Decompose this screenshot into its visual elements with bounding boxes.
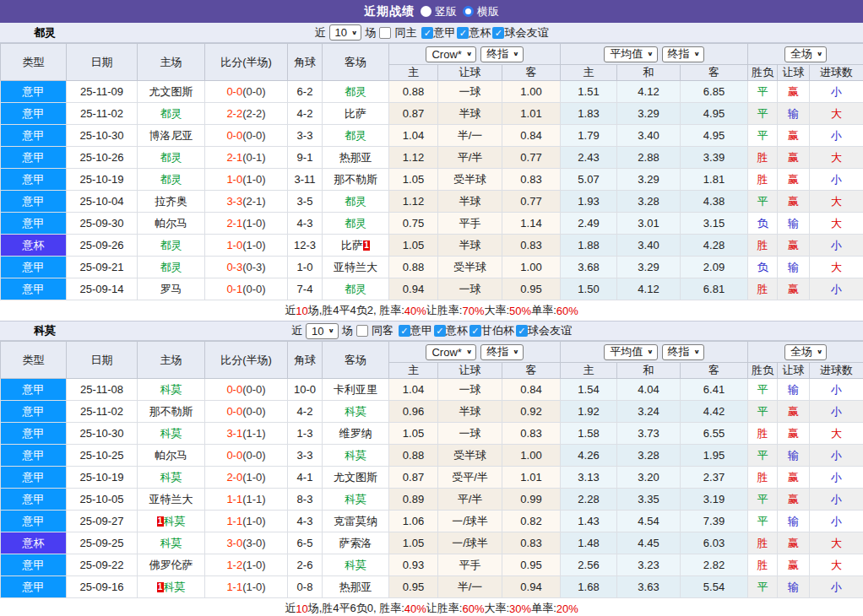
match-type-cell: 意甲 bbox=[1, 191, 67, 213]
team-name-text: 都灵 bbox=[160, 151, 182, 164]
euro-odds-cell: 3.40 bbox=[617, 125, 681, 147]
checkbox-icon[interactable]: ✓ bbox=[399, 325, 410, 337]
league-filter[interactable]: ✓意甲 bbox=[421, 25, 455, 41]
euro-odds-cell: 3.28 bbox=[617, 445, 681, 467]
asia-odds-cell: 1.05 bbox=[389, 169, 438, 191]
away-team-cell: 克雷莫纳 bbox=[323, 511, 389, 532]
result-cell: 输 bbox=[778, 445, 810, 467]
half-score: (0-0) bbox=[242, 449, 265, 462]
match-date-cell: 25-10-19 bbox=[67, 169, 138, 191]
score-cell: 3-3(2-1) bbox=[205, 191, 288, 213]
match-date-cell: 25-10-05 bbox=[67, 489, 138, 511]
score-cell: 0-0(0-0) bbox=[205, 379, 288, 401]
corner-cell: 3-5 bbox=[288, 191, 323, 213]
half-score: (0-0) bbox=[242, 283, 265, 295]
asia-period-select[interactable]: 终指∨ bbox=[480, 46, 523, 62]
away-team-cell: 比萨 bbox=[323, 103, 389, 125]
filter-controls: 近 10∨ 场 同主 ✓意甲✓意杯✓球会友谊 bbox=[315, 24, 549, 41]
league-filter[interactable]: ✓意杯 bbox=[434, 323, 468, 338]
asia-odds-cell: 受平/半 bbox=[438, 467, 502, 489]
recent-count-select[interactable]: 10∨ bbox=[329, 24, 362, 41]
away-team-cell: 亚特兰大 bbox=[323, 257, 389, 278]
euro-period-select[interactable]: 终指∨ bbox=[662, 46, 704, 62]
table-row: 意甲25-10-19都灵1-0(1-0)3-11那不勒斯1.05受半球0.835… bbox=[1, 169, 863, 191]
chevron-down-icon: ∨ bbox=[513, 349, 518, 355]
full-score: 0-0 bbox=[226, 129, 242, 142]
recent-prefix-label: 近 bbox=[291, 323, 302, 338]
sub-header-handicap-result: 让球 bbox=[778, 65, 810, 81]
away-team-cell: 科莫 bbox=[323, 445, 389, 467]
summary-text: 20% bbox=[556, 602, 578, 615]
result-cell: 小 bbox=[810, 445, 863, 467]
checkbox-icon[interactable]: ✓ bbox=[469, 325, 481, 337]
half-score: (1-1) bbox=[242, 427, 265, 440]
score-cell: 2-0(1-0) bbox=[205, 467, 288, 489]
layout-radio-horizontal[interactable]: 横版 bbox=[463, 4, 499, 19]
page-title: 近期战绩 bbox=[364, 4, 415, 19]
match-type-cell: 意甲 bbox=[1, 169, 67, 191]
euro-odds-cell: 6.41 bbox=[681, 379, 748, 401]
league-filter[interactable]: ✓甘伯杯 bbox=[469, 323, 514, 338]
full-score: 0-0 bbox=[226, 405, 242, 418]
full-score: 1-1 bbox=[226, 581, 242, 593]
layout-radio-vertical[interactable]: 竖版 bbox=[421, 4, 457, 19]
team-name-text: 都灵 bbox=[345, 217, 366, 230]
asia-odds-cell: 一/球半 bbox=[438, 511, 502, 532]
summary-text: 让胜率: bbox=[426, 303, 463, 318]
euro-company-select[interactable]: 平均值∨ bbox=[604, 344, 657, 360]
league-filter[interactable]: ✓球会友谊 bbox=[516, 323, 572, 338]
radio-icon[interactable] bbox=[421, 6, 432, 17]
table-row: 意甲25-11-09尤文图斯0-0(0-0)6-2都灵0.88一球1.001.5… bbox=[1, 81, 863, 103]
asia-odds-cell: 1.00 bbox=[502, 81, 561, 103]
euro-odds-group-header: 平均值∨ 终指∨ bbox=[561, 44, 748, 65]
same-venue-checkbox[interactable] bbox=[379, 27, 391, 39]
checkbox-icon[interactable]: ✓ bbox=[492, 27, 504, 39]
col-header-score: 比分(半场) bbox=[205, 342, 288, 379]
asia-odds-cell: 0.75 bbox=[389, 213, 438, 235]
league-label: 意甲 bbox=[433, 25, 455, 41]
chevron-down-icon: ∨ bbox=[351, 30, 357, 36]
sub-header-asia-home: 主 bbox=[389, 65, 438, 81]
summary-text: 10 bbox=[296, 602, 307, 615]
asia-odds-cell: 0.84 bbox=[502, 379, 561, 401]
col-header-score: 比分(半场) bbox=[205, 44, 288, 81]
match-date-cell: 25-11-09 bbox=[67, 81, 138, 103]
summary-text: 单率: bbox=[531, 303, 556, 318]
full-score: 2-0 bbox=[226, 471, 242, 484]
sub-header-goals: 进球数 bbox=[810, 65, 863, 81]
league-filter[interactable]: ✓意杯 bbox=[457, 25, 491, 41]
result-cell: 小 bbox=[810, 379, 863, 401]
euro-company-select[interactable]: 平均值∨ bbox=[604, 46, 657, 62]
select-value: 终指 bbox=[668, 46, 690, 62]
asia-company-select[interactable]: Crow*∨ bbox=[426, 344, 476, 360]
scope-select[interactable]: 全场∨ bbox=[784, 46, 827, 62]
home-team-cell: 科莫 bbox=[138, 467, 205, 489]
col-header-home: 主场 bbox=[138, 44, 205, 81]
league-filter[interactable]: ✓球会友谊 bbox=[492, 25, 548, 41]
score-cell: 1-0(1-0) bbox=[205, 169, 288, 191]
checkbox-icon[interactable]: ✓ bbox=[516, 325, 528, 337]
same-venue-checkbox[interactable] bbox=[356, 325, 368, 337]
half-score: (1-0) bbox=[242, 471, 265, 484]
summary-text: 场,胜4平6负0, 胜率: bbox=[308, 601, 404, 616]
score-cell: 1-0(1-0) bbox=[205, 235, 288, 257]
asia-company-select[interactable]: Crow*∨ bbox=[426, 46, 476, 62]
checkbox-icon[interactable]: ✓ bbox=[421, 27, 433, 39]
asia-period-select[interactable]: 终指∨ bbox=[480, 344, 523, 360]
full-score: 2-2 bbox=[226, 107, 242, 120]
checkbox-icon[interactable]: ✓ bbox=[434, 325, 446, 337]
euro-odds-cell: 4.95 bbox=[681, 125, 748, 147]
col-header-away: 客场 bbox=[323, 342, 389, 379]
select-value: 终指 bbox=[486, 344, 508, 359]
euro-odds-cell: 4.04 bbox=[617, 379, 681, 401]
euro-period-select[interactable]: 终指∨ bbox=[662, 344, 704, 360]
asia-odds-cell: 1.04 bbox=[389, 125, 438, 147]
team-name-text: 亚特兰大 bbox=[334, 261, 377, 273]
league-filter[interactable]: ✓意甲 bbox=[399, 323, 432, 338]
asia-odds-cell: 1.01 bbox=[502, 467, 561, 489]
corner-cell: 2-6 bbox=[288, 554, 323, 576]
scope-select[interactable]: 全场∨ bbox=[784, 344, 827, 360]
checkbox-icon[interactable]: ✓ bbox=[457, 27, 469, 39]
recent-count-select[interactable]: 10∨ bbox=[306, 323, 339, 339]
radio-icon[interactable] bbox=[463, 6, 474, 17]
